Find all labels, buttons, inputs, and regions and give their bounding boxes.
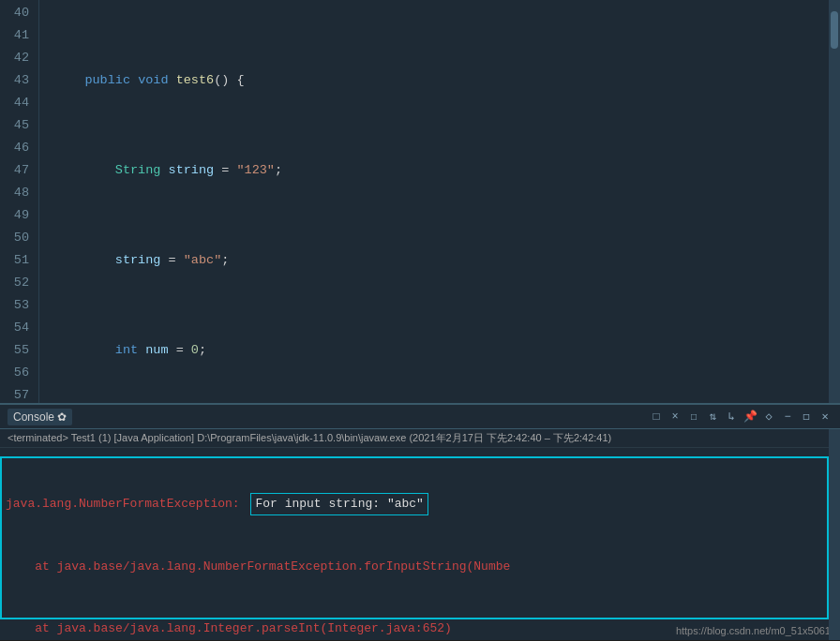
exception-message-highlight: For input string: "abc" — [250, 493, 428, 515]
console-panel: Console ✿ □ × ☐ ⇅ ↳ 📌 ◇ − ◻ ✕ <terminate… — [0, 403, 840, 640]
remove-launch-icon[interactable]: × — [668, 410, 682, 425]
code-line-40: public void test6() { — [54, 69, 829, 92]
code-line-42: string = "abc"; — [54, 249, 829, 272]
code-line-41: String string = "123"; — [54, 159, 829, 182]
exception-first-line: java.lang.NumberFormatException: For inp… — [6, 493, 840, 515]
word-wrap-icon[interactable]: ↳ — [724, 410, 739, 425]
console-tab[interactable]: Console ✿ — [8, 409, 72, 425]
code-content: public void test6() { String string = "1… — [39, 0, 829, 403]
console-output: java.lang.NumberFormatException: For inp… — [0, 448, 840, 641]
console-status: <terminated> Test1 (1) [Java Application… — [0, 429, 840, 448]
close-view-icon[interactable]: ✕ — [818, 410, 832, 425]
terminate-icon[interactable]: □ — [649, 410, 664, 425]
scroll-lock-icon[interactable]: ⇅ — [705, 410, 720, 425]
editor-scrollbar[interactable] — [829, 0, 840, 403]
clear-console-icon[interactable]: ☐ — [686, 410, 701, 425]
line-numbers: 40 41 42 43 44 45 46 47 48 49 50 51 52 5… — [0, 0, 39, 403]
scrollbar-thumb[interactable] — [831, 11, 838, 49]
maximize-icon[interactable]: ◻ — [799, 410, 814, 425]
code-editor: 40 41 42 43 44 45 46 47 48 49 50 51 52 5… — [0, 0, 840, 403]
code-line-43: int num = 0; — [54, 339, 829, 362]
console-header: Console ✿ □ × ☐ ⇅ ↳ 📌 ◇ − ◻ ✕ — [0, 405, 840, 429]
minimize-icon[interactable]: − — [780, 410, 795, 425]
pin-icon[interactable]: 📌 — [742, 410, 758, 425]
open-console-icon[interactable]: ◇ — [761, 410, 776, 425]
exception-class: java.lang.NumberFormatException: — [6, 494, 247, 514]
stack-line-1: at java.base/java.lang.NumberFormatExcep… — [6, 557, 840, 577]
console-blog-link[interactable]: https://blog.csdn.net/m0_51x5061 — [676, 625, 831, 636]
console-toolbar: □ × ☐ ⇅ ↳ 📌 ◇ − ◻ ✕ — [649, 410, 832, 425]
console-scrollbar[interactable] — [829, 429, 840, 640]
